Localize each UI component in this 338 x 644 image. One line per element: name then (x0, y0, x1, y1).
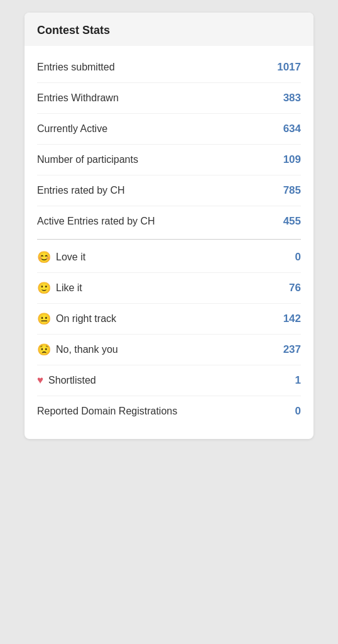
love-it-icon: 😊 (37, 252, 51, 263)
stat-row-love-it: 😊 Love it 0 (37, 242, 301, 273)
stat-row-on-right-track: 😐 On right track 142 (37, 304, 301, 335)
stat-row-entries-withdrawn: Entries Withdrawn 383 (37, 83, 301, 114)
stat-label-reported-domain: Reported Domain Registrations (37, 406, 177, 417)
section-divider (37, 239, 301, 240)
card-title: Contest Stats (37, 24, 110, 36)
like-it-icon: 🙂 (37, 282, 51, 294)
stat-value-love-it: 0 (295, 251, 301, 264)
stat-label-entries-rated: Entries rated by CH (37, 185, 125, 196)
stat-row-reported-domain: Reported Domain Registrations 0 (37, 396, 301, 426)
stat-row-entries-submitted: Entries submitted 1017 (37, 52, 301, 83)
stat-label-entries-withdrawn: Entries Withdrawn (37, 92, 119, 104)
stat-value-active-entries-rated: 455 (283, 215, 301, 228)
stat-row-active-entries-rated: Active Entries rated by CH 455 (37, 206, 301, 236)
stat-row-like-it: 🙂 Like it 76 (37, 273, 301, 304)
stat-row-participants: Number of participants 109 (37, 145, 301, 175)
on-right-track-icon: 😐 (37, 313, 51, 325)
card-body: Entries submitted 1017 Entries Withdrawn… (25, 46, 313, 439)
stat-label-like-it: 🙂 Like it (37, 282, 82, 294)
rating-stats-section: 😊 Love it 0 🙂 Like it 76 😐 On right trac… (37, 242, 301, 426)
stat-value-like-it: 76 (289, 282, 301, 294)
stat-row-no-thank-you: 😟 No, thank you 237 (37, 335, 301, 365)
stat-value-on-right-track: 142 (283, 313, 301, 325)
stat-label-no-thank-you: 😟 No, thank you (37, 344, 118, 355)
stat-label-currently-active: Currently Active (37, 123, 107, 135)
no-thank-you-icon: 😟 (37, 344, 51, 355)
stat-value-no-thank-you: 237 (283, 343, 301, 356)
stat-value-reported-domain: 0 (295, 405, 301, 418)
stat-label-active-entries-rated: Active Entries rated by CH (37, 216, 155, 227)
stat-row-currently-active: Currently Active 634 (37, 114, 301, 145)
stat-row-entries-rated: Entries rated by CH 785 (37, 175, 301, 206)
stat-value-shortlisted: 1 (295, 374, 301, 387)
stat-value-currently-active: 634 (283, 123, 301, 135)
shortlisted-icon: ♥ (37, 374, 43, 387)
stat-value-entries-withdrawn: 383 (283, 92, 301, 104)
stat-label-on-right-track: 😐 On right track (37, 313, 116, 325)
stat-value-entries-submitted: 1017 (277, 61, 301, 74)
stat-label-entries-submitted: Entries submitted (37, 62, 115, 73)
contest-stats-card: Contest Stats Entries submitted 1017 Ent… (25, 13, 313, 439)
main-stats-section: Entries submitted 1017 Entries Withdrawn… (37, 52, 301, 236)
stat-label-shortlisted: ♥ Shortlisted (37, 374, 96, 387)
card-header: Contest Stats (25, 13, 313, 46)
stat-value-entries-rated: 785 (283, 184, 301, 197)
stat-value-participants: 109 (283, 153, 301, 166)
stat-label-participants: Number of participants (37, 154, 138, 165)
stat-label-love-it: 😊 Love it (37, 252, 85, 263)
stat-row-shortlisted: ♥ Shortlisted 1 (37, 365, 301, 396)
